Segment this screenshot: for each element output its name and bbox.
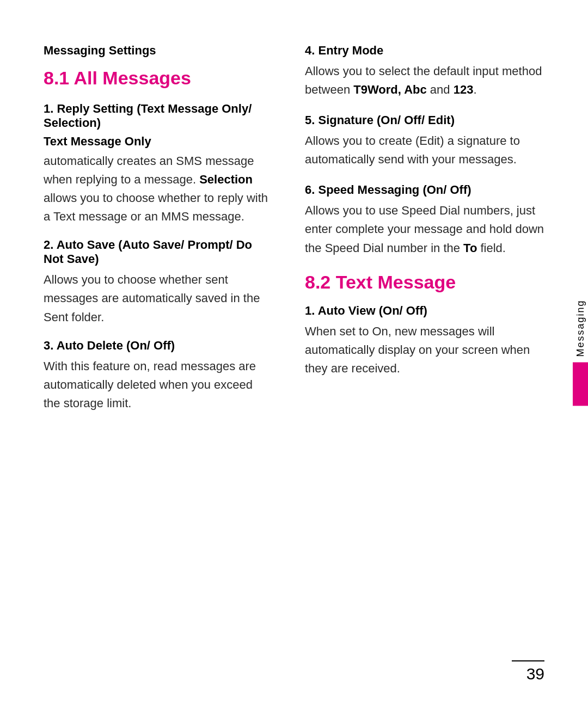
divider-line <box>512 660 544 661</box>
item-3: 3. Auto Delete (On/ Off) With this featu… <box>44 339 272 413</box>
item-4-title: 4. Entry Mode <box>305 44 555 58</box>
item-1-body: automatically creates an SMS message whe… <box>44 152 272 226</box>
item-4-body: Allows you to select the default input m… <box>305 62 555 99</box>
item-1: 1. Reply Setting (Text Message Only/ Sel… <box>44 102 272 226</box>
item-b1-body: When set to On, new messages will automa… <box>305 322 555 378</box>
item-2: 2. Auto Save (Auto Save/ Prompt/ Do Not … <box>44 238 272 326</box>
item-5-title: 5. Signature (On/ Off/ Edit) <box>305 113 555 127</box>
item-5-body: Allows you to create (Edit) a signature … <box>305 132 555 169</box>
item-3-body: With this feature on, read messages are … <box>44 357 272 413</box>
section-82-title: 8.2 Text Message <box>305 272 555 293</box>
right-column: 4. Entry Mode Allows you to select the d… <box>294 44 555 672</box>
item-6: 6. Speed Messaging (On/ Off) Allows you … <box>305 183 555 257</box>
item-b1-title: 1. Auto View (On/ Off) <box>305 304 555 318</box>
sidebar-tab: Messaging <box>573 299 588 406</box>
item-3-title: 3. Auto Delete (On/ Off) <box>44 339 272 353</box>
section-81-title: 8.1 All Messages <box>44 68 272 89</box>
item-6-body: Allows you to use Speed Dial numbers, ju… <box>305 201 555 257</box>
item-b1: 1. Auto View (On/ Off) When set to On, n… <box>305 304 555 378</box>
sidebar-label: Messaging <box>575 299 586 357</box>
item-6-title: 6. Speed Messaging (On/ Off) <box>305 183 555 197</box>
item-4: 4. Entry Mode Allows you to select the d… <box>305 44 555 99</box>
page-container: Messaging Settings 8.1 All Messages 1. R… <box>0 0 588 705</box>
page-number: 39 <box>526 665 544 683</box>
item-1-subtitle: Text Message Only <box>44 134 272 149</box>
item-2-body: Allows you to choose whether sent messag… <box>44 271 272 326</box>
item-1-title: 1. Reply Setting (Text Message Only/ Sel… <box>44 102 272 130</box>
item-2-title: 2. Auto Save (Auto Save/ Prompt/ Do Not … <box>44 238 272 266</box>
sidebar-block <box>573 362 588 406</box>
left-column: Messaging Settings 8.1 All Messages 1. R… <box>44 44 294 672</box>
item-5: 5. Signature (On/ Off/ Edit) Allows you … <box>305 113 555 169</box>
messaging-settings-heading: Messaging Settings <box>44 44 272 58</box>
